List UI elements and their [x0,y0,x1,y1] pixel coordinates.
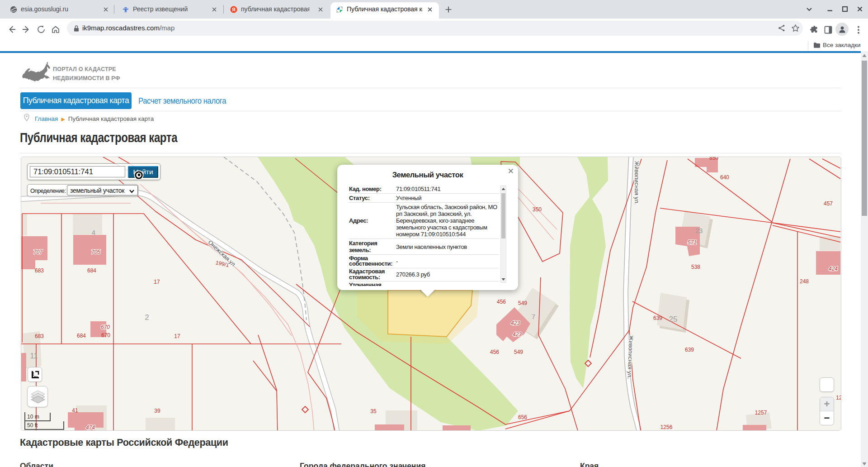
svg-text:670: 670 [101,324,110,330]
svg-text:7: 7 [532,313,535,320]
svg-text:684: 684 [77,333,86,339]
svg-text:456: 456 [490,349,499,355]
svg-text:549: 549 [514,349,523,355]
svg-text:50 ft: 50 ft [27,422,38,429]
svg-text:17: 17 [174,333,180,339]
svg-text:474: 474 [86,424,95,430]
svg-text:639: 639 [653,315,662,321]
svg-text:424: 424 [829,266,838,272]
svg-text:538: 538 [691,264,700,270]
svg-text:639: 639 [685,347,694,353]
svg-text:670: 670 [101,332,110,338]
svg-text:684: 684 [87,267,96,274]
svg-text:640: 640 [720,174,729,181]
svg-text:Я: Я [232,7,236,12]
svg-text:1256: 1256 [660,424,673,430]
svg-text:Живописная ул.: Живописная ул. [633,161,640,205]
svg-text:423: 423 [511,320,520,326]
svg-text:683: 683 [35,333,44,339]
svg-text:350: 350 [533,206,542,213]
svg-text:41: 41 [72,407,78,414]
svg-text:683: 683 [35,267,44,274]
svg-text:39: 39 [154,408,160,414]
svg-text:705: 705 [91,249,100,255]
svg-text:12: 12 [836,395,841,401]
svg-text:423: 423 [513,331,522,338]
svg-text:23: 23 [695,227,703,234]
svg-text:656: 656 [518,414,527,420]
svg-text:457: 457 [824,200,833,207]
svg-text:17: 17 [154,279,160,285]
svg-text:850: 850 [709,157,718,161]
svg-text:1257: 1257 [755,410,767,416]
svg-text:35: 35 [370,408,377,415]
svg-text:2: 2 [145,313,149,322]
svg-text:571: 571 [688,239,697,246]
svg-text:248: 248 [800,278,809,285]
svg-text:4: 4 [92,229,95,236]
svg-text:456: 456 [497,299,506,305]
svg-text:11: 11 [30,352,38,360]
svg-text:707: 707 [33,249,43,255]
svg-text:10 m: 10 m [27,414,39,420]
svg-text:25: 25 [669,315,678,324]
svg-text:549: 549 [518,300,527,306]
